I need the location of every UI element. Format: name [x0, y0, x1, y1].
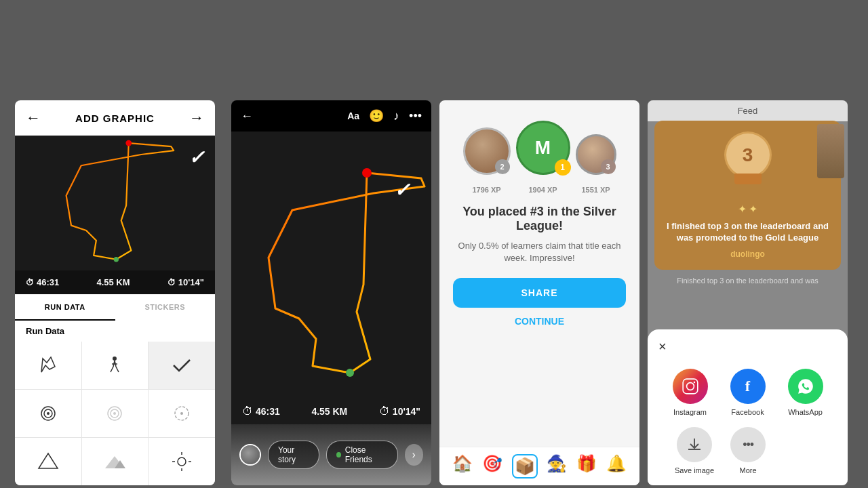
duo-result-title: You placed #3 in the Silver League! [453, 205, 626, 233]
graphic-option-2[interactable] [82, 342, 149, 389]
graphic-option-4[interactable] [15, 390, 81, 437]
badge-1st: 1 [555, 159, 571, 176]
share-icons-row-1: Instagram f Facebook WhatsApp [661, 369, 834, 416]
svg-point-2 [113, 357, 117, 361]
share-facebook-button[interactable]: f Facebook [730, 369, 766, 416]
story-distance: 4.55 KM [311, 406, 347, 417]
mountain2-icon [102, 449, 127, 474]
sticker-icon[interactable]: 🙂 [369, 108, 384, 123]
duo-continue-button[interactable]: CONTINUE [515, 316, 564, 327]
more-icon[interactable]: ••• [409, 109, 422, 123]
share-sheet-panel: × Instagram f Facebook [648, 329, 848, 485]
player-1st: M 1 1904 XP [516, 121, 570, 194]
svg-point-14 [178, 458, 186, 466]
share-instagram-button[interactable]: Instagram [673, 369, 708, 416]
run-route-svg [15, 136, 215, 270]
svg-point-0 [125, 140, 132, 146]
screen-duolingo: 2 1796 XP M 1 1904 XP 3 1551 XP [439, 100, 639, 485]
graphic-option-8[interactable] [82, 438, 149, 485]
medal-icon: 3 [724, 131, 772, 178]
tabs-bar: RUN DATA STICKERS [15, 294, 215, 321]
emoji-gift[interactable]: 🎁 [576, 454, 597, 479]
green-dot-icon [336, 452, 341, 458]
time-icon: ⏱ [26, 278, 34, 287]
svg-point-20 [346, 369, 354, 377]
avatar-3rd: 3 [576, 134, 616, 175]
emoji-target[interactable]: 🎯 [482, 454, 502, 479]
graphic-option-1[interactable] [15, 342, 81, 389]
sun-icon [170, 449, 194, 474]
feed-brand-label: duolingo [730, 249, 765, 259]
svg-text:✓: ✓ [394, 180, 411, 201]
close-friends-button[interactable]: Close Friends [326, 441, 398, 469]
duo-result-subtitle: Only 0.5% of learners claim that title e… [453, 240, 626, 264]
check-icon [170, 353, 194, 378]
player-3rd: 3 1551 XP [576, 134, 616, 194]
story-map: ✓ ⏱ 46:31 4.55 KM ⏱ 10'14" [231, 131, 431, 424]
header-title: ADD GRAPHIC [75, 113, 155, 124]
graphic-option-9[interactable] [149, 438, 215, 485]
xp-2nd: 1796 XP [472, 186, 500, 194]
run-data-section-label: Run Data [15, 321, 215, 342]
graphic-option-5[interactable] [82, 390, 149, 437]
graphic-option-3-selected[interactable] [149, 342, 215, 389]
facebook-label: Facebook [731, 408, 764, 416]
save-icon [677, 427, 712, 462]
text-icon[interactable]: Aa [347, 110, 359, 121]
tab-run-data[interactable]: RUN DATA [15, 295, 115, 321]
mountain-icon [36, 449, 60, 474]
story-route-svg: ✓ [231, 131, 431, 424]
side-profile-peek [817, 124, 844, 178]
screen-nike-run: ← ADD GRAPHIC → ✓ ⏱ 46:31 4.55 KM [15, 100, 215, 485]
svg-point-5 [47, 412, 50, 415]
music-icon[interactable]: ♪ [393, 109, 399, 123]
graphic-option-6[interactable] [149, 390, 215, 437]
screen-feed-share: Feed ✦✦ 3 ✦✦ I finished top 3 on the lea… [648, 100, 848, 485]
stat-pace: ⏱ 10'14" [167, 277, 204, 287]
player-2nd: 2 1796 XP [463, 127, 511, 194]
more-options-button[interactable]: ••• More [730, 427, 766, 474]
svg-point-23 [686, 383, 694, 390]
instagram-icon [673, 369, 708, 404]
target-icon [36, 401, 60, 426]
badge-3rd: 3 [601, 159, 616, 174]
story-toolbar-right: Aa 🙂 ♪ ••• [347, 108, 422, 123]
avatar-2nd: 2 [463, 127, 511, 175]
emoji-wizard[interactable]: 🧙 [547, 454, 567, 479]
instagram-label: Instagram [673, 408, 707, 416]
stat-time: ⏱ 46:31 [26, 277, 59, 287]
screen-instagram-story: ← Aa 🙂 ♪ ••• ✓ ⏱ 46:31 [231, 100, 431, 485]
route-icon [36, 353, 60, 378]
emoji-box-selected[interactable]: 📦 [512, 454, 538, 479]
forward-button[interactable]: → [189, 109, 204, 127]
medal-ribbon [734, 174, 762, 184]
xp-1st: 1904 XP [528, 186, 557, 194]
target2-icon [102, 401, 127, 426]
graphic-options-grid [15, 342, 215, 485]
svg-marker-11 [39, 453, 58, 468]
save-image-button[interactable]: Save image [675, 427, 714, 474]
svg-point-1 [114, 257, 119, 262]
back-button[interactable]: ← [26, 109, 41, 127]
svg-rect-22 [683, 379, 698, 394]
share-whatsapp-button[interactable]: WhatsApp [788, 369, 823, 416]
story-time-icon: ⏱ [242, 405, 253, 418]
feed-card-text: I finished top 3 on the leaderboard and … [665, 221, 830, 244]
duo-share-button[interactable]: SHARE [453, 278, 626, 308]
story-pace: ⏱ 10'14" [379, 405, 420, 418]
runner-icon [102, 353, 127, 378]
stat-distance: 4.55 KM [96, 277, 130, 287]
share-sheet-close-button[interactable]: × [658, 339, 667, 354]
map-area: ✓ [15, 136, 215, 270]
your-story-button[interactable]: Your story [268, 441, 319, 469]
tab-stickers[interactable]: STICKERS [115, 295, 216, 321]
emoji-bell[interactable]: 🔔 [606, 454, 627, 479]
feed-card: ✦✦ 3 ✦✦ I finished top 3 on the leaderbo… [654, 121, 841, 270]
story-back-button[interactable]: ← [241, 109, 253, 123]
badge-2nd: 2 [495, 159, 510, 174]
svg-point-10 [180, 412, 183, 415]
pace-icon: ⏱ [167, 278, 176, 287]
graphic-option-7[interactable] [15, 438, 81, 485]
story-next-button[interactable]: › [405, 444, 423, 466]
emoji-house[interactable]: 🏠 [452, 454, 473, 479]
